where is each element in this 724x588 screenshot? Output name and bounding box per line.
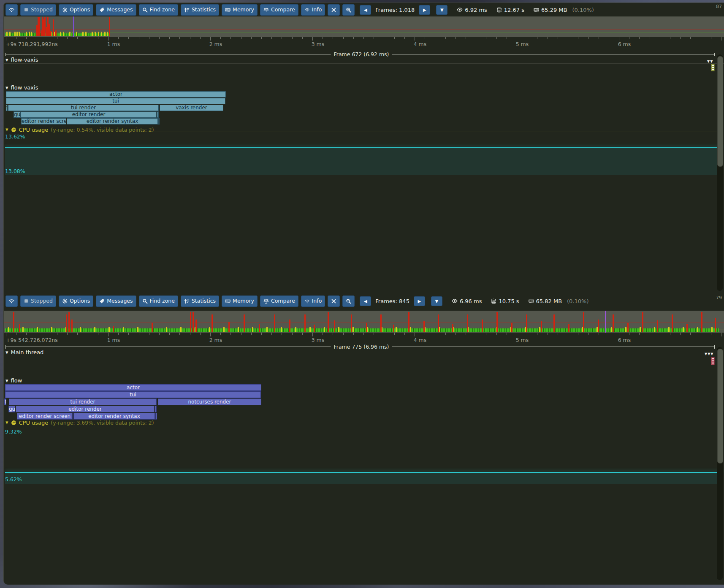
- thread-header-flow-vaxis[interactable]: ▼flow-vaxis: [5, 84, 38, 91]
- ruler-tick: [179, 37, 180, 39]
- window-badge: 87: [716, 4, 722, 9]
- zone-bar[interactable]: tui: [6, 98, 225, 104]
- frame-bar-yellow: [9, 32, 11, 36]
- selected-frame-line: [605, 311, 606, 333]
- prev-frame-button[interactable]: ◀: [360, 296, 371, 306]
- toolbar-button-info[interactable]: Info: [301, 295, 325, 307]
- frame-bar-yellow: [123, 327, 124, 332]
- frame-bar-red: [190, 312, 191, 332]
- toolbar-button-compare[interactable]: Compare: [260, 295, 298, 307]
- toolbar-button-messages[interactable]: Messages: [96, 295, 136, 307]
- frames-collapse-button[interactable]: ▼: [431, 296, 442, 306]
- toolbar-button-memory[interactable]: Memory: [222, 295, 258, 307]
- frame-bar-yellow: [31, 32, 32, 36]
- thread-header-flow[interactable]: ▼flow: [5, 377, 22, 384]
- zone-bar[interactable]: tui: [5, 391, 261, 398]
- zone-bar[interactable]: actor: [5, 384, 261, 391]
- frames-collapse-button[interactable]: ▼: [436, 5, 447, 15]
- memchip-icon: [534, 7, 539, 13]
- zone-bar[interactable]: tui render: [9, 398, 157, 405]
- ruler-tick: [558, 37, 558, 39]
- toolbar-button-statistics[interactable]: Statistics: [181, 295, 219, 307]
- toolbar-button-zoom-in[interactable]: [342, 295, 355, 307]
- zone-bar[interactable]: t: [6, 105, 8, 111]
- toolbar-button-label: Memory: [233, 298, 254, 304]
- toolbar-button-messages[interactable]: Messages: [96, 4, 136, 16]
- toolbar-button-connection[interactable]: [5, 295, 18, 307]
- zone-bar[interactable]: editor render: [16, 406, 155, 412]
- zone-bar[interactable]: t: [4, 398, 6, 405]
- toolbar-button-compare[interactable]: Compare: [260, 4, 298, 16]
- ruler-tick: [118, 37, 119, 39]
- search-icon: [142, 298, 148, 304]
- zone-bar-fragment[interactable]: [155, 406, 157, 412]
- ruler-tick: [343, 333, 344, 335]
- gauge-icon: [11, 420, 16, 425]
- edge-zone-strip: [711, 357, 715, 365]
- next-frame-button[interactable]: ▶: [419, 5, 430, 15]
- ruler-tick: [108, 37, 108, 41]
- toolbar-button-statistics[interactable]: Statistics: [181, 4, 219, 16]
- frame-marker-tick-left: [5, 345, 6, 349]
- ruler-tick: [57, 333, 57, 335]
- zone-bar[interactable]: editor render screen: [17, 413, 73, 420]
- zone-bar[interactable]: tui render: [8, 105, 159, 111]
- ruler-tick: [384, 37, 384, 39]
- ruler-tick: [435, 333, 435, 335]
- toolbar-button-memory[interactable]: Memory: [222, 4, 258, 16]
- cpu-usage-header[interactable]: ▼CPU usage(y-range: 3.69%, visible data …: [5, 419, 154, 426]
- scrollbar-thumb[interactable]: [717, 349, 723, 463]
- cpu-usage-header[interactable]: ▼CPU usage(y-range: 0.54%, visible data …: [5, 126, 154, 133]
- toolbar-button-zoom-in[interactable]: [342, 4, 355, 16]
- toolbar-button-options[interactable]: Options: [59, 295, 93, 307]
- frame-bar-yellow: [640, 327, 641, 332]
- toolbar-button-stopped[interactable]: Stopped: [20, 4, 56, 16]
- ruler-tick: [323, 333, 323, 335]
- toolbar-button-tools[interactable]: [328, 295, 340, 307]
- zone-bar[interactable]: actor: [6, 91, 226, 98]
- wifi-icon: [9, 7, 14, 13]
- ruler-tick: [670, 333, 670, 335]
- toolbar-button-tools[interactable]: [328, 4, 340, 16]
- ruler-tick: [353, 37, 354, 39]
- ruler-tick: [670, 37, 670, 39]
- frame-bar-yellow: [107, 32, 108, 36]
- frame-bar-red: [541, 321, 542, 332]
- toolbar-button-options[interactable]: Options: [59, 4, 93, 16]
- next-frame-button[interactable]: ▶: [414, 296, 425, 306]
- ruler-tick: [179, 333, 180, 335]
- thread-label: flow-vaxis: [11, 84, 38, 91]
- prev-frame-button[interactable]: ◀: [360, 5, 371, 15]
- frame-histogram[interactable]: [4, 16, 724, 37]
- zone-bar-fragment[interactable]: [157, 111, 159, 118]
- zone-bar[interactable]: gu: [8, 406, 15, 412]
- toolbar-button-stopped[interactable]: Stopped: [20, 295, 56, 307]
- frame-marker-tick-left: [5, 53, 6, 56]
- frame-bar-red: [274, 314, 275, 332]
- frame-bar-red: [228, 322, 230, 332]
- toolbar-button-find-zone[interactable]: Find zone: [139, 4, 178, 16]
- toolbar-button-connection[interactable]: [5, 4, 18, 16]
- thread-header-flow-vaxis[interactable]: ▼flow-vaxis: [5, 57, 38, 63]
- scrollbar-thumb[interactable]: [717, 56, 723, 167]
- zone-bar[interactable]: gu: [14, 111, 21, 118]
- ruler-tick: [629, 37, 629, 39]
- thread-header-main-thread[interactable]: ▼Main thread: [5, 349, 43, 355]
- zone-bar[interactable]: vaxis render: [160, 105, 223, 111]
- toolbar-button-label: Find zone: [150, 7, 175, 13]
- toolbar-button-find-zone[interactable]: Find zone: [139, 295, 178, 307]
- stat-frame_time: 6.96 ms: [452, 298, 482, 304]
- zone-bar[interactable]: editor render screen: [21, 118, 66, 125]
- frame-histogram[interactable]: [4, 311, 724, 333]
- toolbar-button-info[interactable]: Info: [301, 4, 325, 16]
- zone-bar-fragment[interactable]: [155, 413, 157, 420]
- ruler-tick: [343, 37, 344, 39]
- zone-bar[interactable]: notcurses render: [158, 398, 261, 405]
- zone-bar[interactable]: editor render syntax: [73, 413, 155, 420]
- zone-bar[interactable]: editor render: [21, 111, 157, 118]
- ruler-tick: [190, 333, 190, 335]
- zone-bar[interactable]: editor render syntax: [67, 118, 158, 125]
- ruler-tick: [496, 37, 497, 39]
- zone-bar-fragment[interactable]: [158, 118, 160, 125]
- cpu-usage-title: CPU usage: [19, 420, 49, 426]
